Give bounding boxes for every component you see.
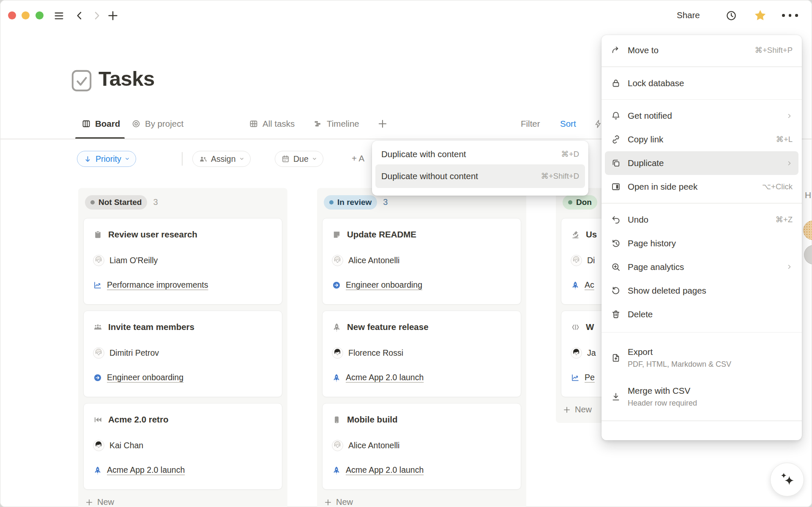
menu-item-lock-database[interactable]: Lock database bbox=[601, 71, 802, 95]
microscope-icon bbox=[571, 230, 580, 240]
tab-by-project[interactable]: By project bbox=[125, 114, 189, 133]
relation-link[interactable]: Engineer onboarding bbox=[346, 280, 422, 290]
menu-item-page-analytics[interactable]: Page analytics bbox=[601, 255, 802, 279]
chevron-down-icon bbox=[239, 156, 244, 161]
assignee-name: Florence Rossi bbox=[348, 348, 403, 358]
assignee-name: Liam O'Reilly bbox=[109, 256, 158, 265]
status-dot bbox=[568, 200, 572, 204]
avatar bbox=[93, 255, 104, 266]
menu-item-delete[interactable]: Delete bbox=[601, 303, 802, 326]
ai-assistant-button[interactable] bbox=[770, 463, 804, 496]
menu-item-merge-with-csv[interactable]: Merge with CSVHeader row required bbox=[601, 377, 802, 416]
sort-chip-priority[interactable]: Priority bbox=[77, 151, 136, 167]
new-tab-icon[interactable] bbox=[107, 9, 119, 22]
task-card[interactable]: Invite team membersDimitri PetrovEnginee… bbox=[83, 311, 282, 397]
relation-link[interactable]: Acme App 2.0 launch bbox=[346, 373, 424, 382]
card-assignee-row: Dimitri Petrov bbox=[93, 347, 273, 359]
menu-divider bbox=[601, 66, 802, 67]
task-card[interactable]: Mobile buildAlice AntonelliAcme App 2.0 … bbox=[322, 403, 521, 490]
menu-divider bbox=[601, 420, 802, 421]
card-title-row: Review user research bbox=[93, 229, 273, 240]
task-card[interactable]: Acme 2.0 retroKai ChanAcme App 2.0 launc… bbox=[83, 403, 282, 490]
traffic-light-zoom[interactable] bbox=[36, 11, 44, 19]
menu-divider bbox=[601, 332, 802, 333]
relation-link[interactable]: Engineer onboarding bbox=[107, 373, 183, 382]
sort-button[interactable]: Sort bbox=[560, 119, 576, 129]
filter-chip-due[interactable]: Due bbox=[275, 151, 323, 167]
checkbox-icon[interactable] bbox=[71, 70, 92, 92]
card-title-row: Invite team members bbox=[93, 322, 273, 332]
tab-board[interactable]: Board bbox=[75, 114, 126, 133]
card-title: Mobile build bbox=[347, 414, 398, 425]
new-label: New bbox=[575, 405, 592, 414]
filter-button[interactable]: Filter bbox=[521, 119, 540, 129]
forward-icon bbox=[91, 10, 102, 21]
relation-link[interactable]: Pe bbox=[585, 373, 595, 382]
column-status-pill[interactable]: Don bbox=[563, 195, 597, 210]
menu-item-open-in-side-peek[interactable]: Open in side peek⌥+Click bbox=[601, 175, 802, 199]
menu-item-text: ExportPDF, HTML, Markdown & CSV bbox=[628, 347, 793, 369]
task-card[interactable]: Update READMEAlice AntonelliEngineer onb… bbox=[322, 218, 521, 305]
analytics-icon bbox=[611, 262, 621, 272]
task-card[interactable]: New feature releaseFlorence RossiAcme Ap… bbox=[322, 311, 521, 397]
menu-divider bbox=[601, 99, 802, 100]
card-assignee-row: Alice Antonelli bbox=[332, 255, 511, 266]
submenu-item-duplicate-without-content[interactable]: Duplicate without content⌘+Shift+D bbox=[375, 164, 585, 188]
menu-item-label: Duplicate without content bbox=[381, 171, 541, 181]
menu-item-copy-link[interactable]: Copy link⌘+L bbox=[601, 128, 802, 151]
duplicate-icon bbox=[611, 158, 621, 168]
star-icon[interactable] bbox=[754, 9, 767, 22]
add-view-icon[interactable] bbox=[377, 118, 388, 129]
chart-icon bbox=[93, 281, 102, 290]
more-options-button[interactable] bbox=[782, 14, 798, 17]
share-button[interactable]: Share bbox=[677, 10, 700, 20]
shortcut-hint: ⌘+Z bbox=[775, 215, 793, 224]
menu-item-page-history[interactable]: Page history bbox=[601, 232, 802, 255]
menu-item-label: Lock database bbox=[628, 78, 793, 88]
task-card[interactable]: Review user researchLiam O'ReillyPerform… bbox=[83, 218, 282, 305]
relation-link[interactable]: Performance improvements bbox=[107, 280, 208, 290]
clock-icon[interactable] bbox=[725, 10, 737, 22]
note-icon bbox=[332, 230, 342, 240]
menu-item-label: Page analytics bbox=[628, 262, 779, 272]
card-title: Update README bbox=[347, 229, 416, 240]
hamburger-icon[interactable] bbox=[52, 11, 66, 21]
submenu-item-duplicate-with-content[interactable]: Duplicate with content⌘+D bbox=[375, 144, 585, 164]
undo-icon bbox=[611, 215, 621, 225]
filter-chip-assign[interactable]: Assign bbox=[192, 151, 251, 167]
chip-label: Assign bbox=[211, 154, 236, 164]
new-card-button[interactable]: New bbox=[85, 497, 281, 507]
assignee-name: Alice Antonelli bbox=[348, 256, 399, 265]
traffic-light-minimize[interactable] bbox=[22, 11, 30, 19]
tab-timeline[interactable]: Timeline bbox=[307, 114, 365, 133]
add-filter-button[interactable]: + A bbox=[352, 153, 364, 164]
menu-item-label: Page history bbox=[628, 238, 793, 248]
menu-item-show-deleted-pages[interactable]: Show deleted pages bbox=[601, 279, 802, 303]
page-title[interactable]: Tasks bbox=[98, 67, 155, 90]
column-status-pill[interactable]: In review bbox=[324, 195, 377, 210]
column-status-pill[interactable]: Not Started bbox=[85, 195, 147, 210]
menu-divider bbox=[601, 203, 802, 204]
card-title: Review user research bbox=[108, 229, 197, 240]
traffic-light-close[interactable] bbox=[8, 11, 16, 19]
relation-link[interactable]: Acme App 2.0 launch bbox=[346, 465, 424, 475]
menu-item-export[interactable]: ExportPDF, HTML, Markdown & CSV bbox=[601, 338, 802, 377]
new-card-button[interactable]: New bbox=[324, 497, 519, 507]
column-count: 3 bbox=[153, 197, 158, 207]
menu-item-label: Duplicate with content bbox=[381, 149, 561, 159]
menu-item-text: Merge with CSVHeader row required bbox=[628, 386, 793, 408]
tab-all-tasks[interactable]: All tasks bbox=[243, 114, 301, 133]
chips-divider bbox=[182, 152, 183, 166]
menu-item-undo[interactable]: Undo⌘+Z bbox=[601, 208, 802, 232]
menu-item-get-notified[interactable]: Get notified bbox=[601, 104, 802, 128]
relation-link[interactable]: Acme App 2.0 launch bbox=[107, 465, 185, 475]
shortcut-hint: ⌘+Shift+D bbox=[541, 172, 580, 181]
duplicate-submenu: Duplicate with content⌘+DDuplicate witho… bbox=[372, 141, 588, 196]
menu-item-move-to[interactable]: Move to⌘+Shift+P bbox=[601, 38, 802, 62]
avatar bbox=[93, 347, 104, 359]
relation-link[interactable]: Ac bbox=[585, 280, 594, 290]
card-title: W bbox=[586, 322, 594, 332]
back-icon[interactable] bbox=[74, 10, 85, 21]
menu-item-duplicate[interactable]: Duplicate bbox=[605, 151, 798, 175]
rocket-icon bbox=[332, 466, 341, 475]
